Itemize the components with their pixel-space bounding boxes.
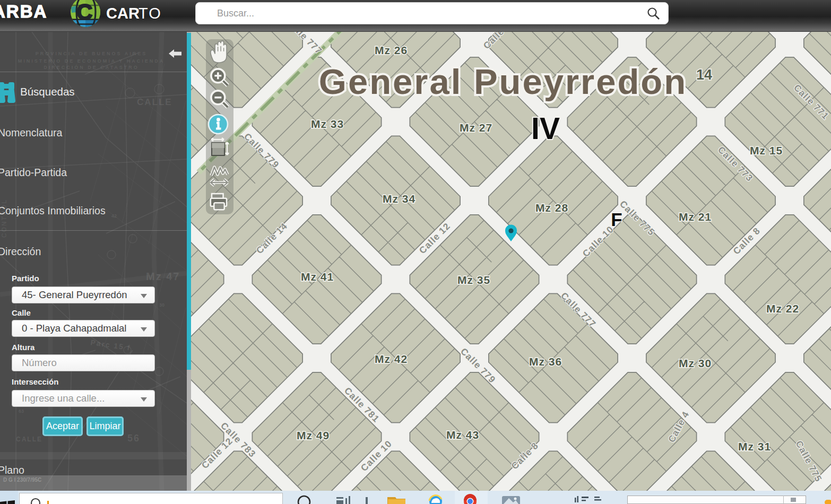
svg-text:D G I 230/7/95C: D G I 230/7/95C (3, 477, 41, 483)
svg-text:Mz 15: Mz 15 (750, 144, 783, 157)
svg-text:Mz 30: Mz 30 (679, 357, 712, 369)
svg-text:DIRECCIÓN DE CATASTRO: DIRECCIÓN DE CATASTRO (44, 64, 139, 70)
svg-text:C: C (76, 0, 92, 24)
svg-text:IV: IV (531, 111, 560, 145)
svg-text:CAR: CAR (106, 5, 140, 22)
svg-text:Mz 28: Mz 28 (535, 202, 568, 214)
svg-text:General Pueyrredón: General Pueyrredón (319, 62, 687, 101)
svg-text:Mz 49: Mz 49 (297, 429, 330, 441)
svg-text:Mz 31: Mz 31 (738, 440, 771, 453)
svg-text:56: 56 (127, 433, 140, 444)
svg-text:Mz 27: Mz 27 (460, 121, 492, 134)
svg-text:Mz 33: Mz 33 (311, 118, 344, 130)
svg-text:MINISTERIO DE ECONOMÍA Y HACIE: MINISTERIO DE ECONOMÍA Y HACIENDA (18, 58, 165, 64)
svg-text:Mz 34: Mz 34 (383, 193, 416, 205)
svg-text:Mz 35: Mz 35 (457, 274, 490, 286)
svg-text:14: 14 (696, 67, 712, 83)
svg-text:PROVINCIA DE BUENOS AIRES: PROVINCIA DE BUENOS AIRES (36, 51, 147, 56)
svg-text:Mz 43: Mz 43 (446, 429, 479, 441)
svg-text:F: F (611, 209, 622, 230)
svg-text:30: 30 (159, 302, 165, 308)
svg-text:CALLE: CALLE (137, 97, 172, 107)
svg-text:Mz 21: Mz 21 (679, 211, 712, 223)
svg-text:Mz 22: Mz 22 (766, 302, 799, 315)
svg-text:Mz 36: Mz 36 (529, 355, 562, 368)
svg-text:Mz 42: Mz 42 (375, 353, 408, 365)
svg-text:Mz 41: Mz 41 (301, 271, 334, 283)
svg-text:TO: TO (138, 5, 162, 22)
svg-text:CALLE: CALLE (16, 436, 42, 443)
svg-text:63: 63 (19, 409, 24, 414)
svg-text:Mz 26: Mz 26 (375, 44, 408, 56)
